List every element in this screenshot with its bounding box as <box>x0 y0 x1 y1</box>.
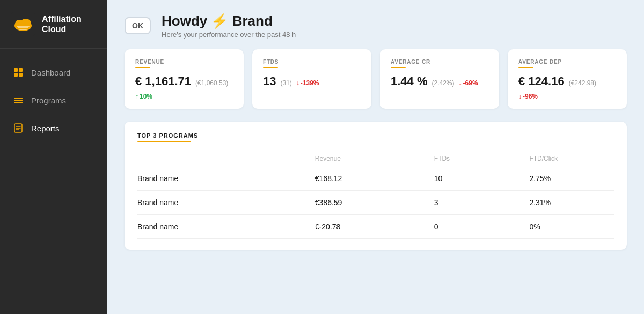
ftdclick-1: 2.75% <box>518 167 614 191</box>
programs-table: Revenue FTDs FTD/Click Brand name €168.1… <box>137 151 614 239</box>
revenue-2: €386.59 <box>304 191 423 215</box>
stat-change-avg-dep: -96% <box>518 93 538 100</box>
stat-label-revenue: REVENUE <box>135 59 233 65</box>
reports-label: Reports <box>31 124 60 133</box>
sidebar-item-dashboard[interactable]: Dashboard <box>0 59 107 85</box>
stat-underline-ftds <box>263 67 278 68</box>
table-row: Brand name €386.59 3 2.31% <box>137 191 614 215</box>
programs-icon <box>13 95 24 106</box>
svg-rect-11 <box>14 98 23 99</box>
ftdclick-2: 2.31% <box>518 191 614 215</box>
stat-value-avg-dep: € 124.16 <box>518 74 565 88</box>
svg-rect-10 <box>19 73 23 77</box>
arrow-down-icon-cr <box>459 79 462 87</box>
ftds-2: 3 <box>423 191 519 215</box>
table-header-row: Revenue FTDs FTD/Click <box>137 151 614 167</box>
stat-prev-avg-cr: (2.42%) <box>432 79 455 87</box>
stat-underline-avg-cr <box>391 67 406 68</box>
stat-change-ftds: -139% <box>296 79 319 87</box>
stat-card-ftds: FTDS 13 (31) -139% <box>252 49 371 109</box>
stat-value-row-revenue: € 1,161.71 (€1,060.53) 10% <box>135 74 233 100</box>
stat-card-avg-dep: AVERAGE DEP € 124.16 (€242.98) -96% <box>508 49 627 109</box>
stat-label-avg-cr: AVERAGE CR <box>391 59 488 65</box>
sidebar-nav: Dashboard Programs Reports <box>0 49 107 152</box>
stat-prev-avg-dep: (€242.98) <box>569 79 596 87</box>
stat-label-avg-dep: AVERAGE DEP <box>518 59 616 65</box>
brand-name-2: Brand name <box>137 191 304 215</box>
page-subtitle: Here's your performance over the past 48… <box>162 31 296 39</box>
stat-change-avg-cr: -69% <box>459 79 478 87</box>
dashboard-label: Dashboard <box>31 68 70 77</box>
revenue-3: €-20.78 <box>304 215 423 239</box>
svg-rect-7 <box>14 68 18 72</box>
th-brand <box>137 151 304 167</box>
table-row: Brand name €-20.78 0 0% <box>137 215 614 239</box>
ftds-1: 10 <box>423 167 519 191</box>
brand-name-3: Brand name <box>137 215 304 239</box>
th-revenue: Revenue <box>304 151 423 167</box>
app-name: AffiliationCloud <box>42 14 82 34</box>
logo-icon <box>11 12 35 36</box>
stat-value-row-ftds: 13 (31) -139% <box>263 74 361 88</box>
svg-rect-13 <box>14 102 23 103</box>
header-text: Howdy ⚡ Brand Here's your performance ov… <box>162 13 296 39</box>
ftds-3: 0 <box>423 215 519 239</box>
stat-value-ftds: 13 <box>263 74 276 88</box>
th-ftds: FTDs <box>423 151 519 167</box>
dashboard-icon <box>13 67 24 78</box>
sidebar-item-reports[interactable]: Reports <box>0 115 107 141</box>
svg-rect-9 <box>14 73 18 77</box>
stats-row: REVENUE € 1,161.71 (€1,060.53) 10% FTDS … <box>107 49 644 122</box>
stat-value-revenue: € 1,161.71 <box>135 74 191 88</box>
stat-prev-ftds: (31) <box>280 79 291 87</box>
table-row: Brand name €168.12 10 2.75% <box>137 167 614 191</box>
stat-card-avg-cr: AVERAGE CR 1.44 % (2.42%) -69% <box>380 49 499 109</box>
programs-section: TOP 3 PROGRAMS Revenue FTDs FTD/Click Br… <box>125 122 627 250</box>
programs-label: Programs <box>31 96 66 105</box>
page-title: Howdy ⚡ Brand <box>162 13 296 29</box>
svg-rect-12 <box>14 100 23 101</box>
stat-prev-revenue: (€1,060.53) <box>195 79 228 87</box>
stat-underline-avg-dep <box>518 67 533 68</box>
section-title: TOP 3 PROGRAMS <box>137 132 614 139</box>
stat-change-revenue: 10% <box>135 93 152 100</box>
svg-rect-8 <box>19 68 23 72</box>
programs-table-body: Brand name €168.12 10 2.75% Brand name €… <box>137 167 614 239</box>
stat-value-row-avg-dep: € 124.16 (€242.98) -96% <box>518 74 616 100</box>
arrow-down-icon <box>296 79 299 87</box>
section-underline <box>137 141 191 142</box>
main-content: OK Howdy ⚡ Brand Here's your performance… <box>107 0 644 314</box>
arrow-up-icon <box>135 93 138 100</box>
ok-badge: OK <box>125 17 151 34</box>
page-header: OK Howdy ⚡ Brand Here's your performance… <box>107 0 644 49</box>
stat-value-row-avg-cr: 1.44 % (2.42%) -69% <box>391 74 488 88</box>
logo: AffiliationCloud <box>0 0 107 49</box>
stat-underline-revenue <box>135 67 150 68</box>
sidebar-item-programs[interactable]: Programs <box>0 87 107 113</box>
revenue-1: €168.12 <box>304 167 423 191</box>
reports-icon <box>13 123 24 133</box>
ftdclick-3: 0% <box>518 215 614 239</box>
stat-value-avg-cr: 1.44 % <box>391 74 428 88</box>
arrow-down-icon-dep <box>518 93 522 100</box>
th-ftdclick: FTD/Click <box>518 151 614 167</box>
brand-name-1: Brand name <box>137 167 304 191</box>
stat-label-ftds: FTDS <box>263 59 361 65</box>
sidebar: AffiliationCloud Dashboard Programs <box>0 0 107 314</box>
stat-card-revenue: REVENUE € 1,161.71 (€1,060.53) 10% <box>125 49 244 109</box>
